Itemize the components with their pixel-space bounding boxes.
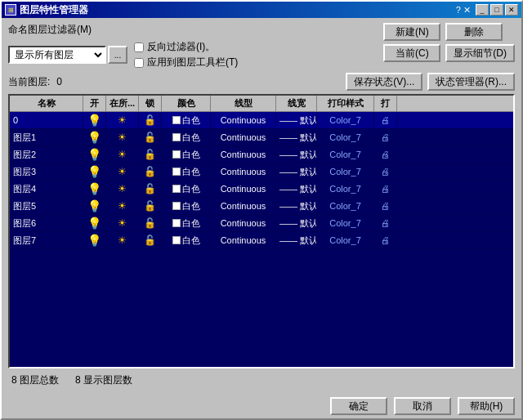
maximize-button[interactable]: □ xyxy=(490,4,503,16)
cell-linewidth: —— 默认 xyxy=(276,130,317,145)
col-header-print: 打 xyxy=(374,96,397,111)
table-row[interactable]: 图层1 💡 ☀ 🔓 白色 Continuous —— 默认 Color_7 🖨 xyxy=(10,129,513,146)
apply-toolbar-checkbox[interactable] xyxy=(134,58,144,68)
new-button[interactable]: 新建(N) xyxy=(383,23,440,41)
cell-print-style[interactable]: Color_7 xyxy=(317,148,374,161)
help-button[interactable]: 帮助(H) xyxy=(458,397,515,415)
cell-color[interactable]: 白色 xyxy=(162,233,211,248)
table-row[interactable]: 图层7 💡 ☀ 🔓 白色 Continuous —— 默认 Color_7 🖨 xyxy=(10,232,513,249)
cell-print-style[interactable]: Color_7 xyxy=(317,114,374,127)
cell-print-style[interactable]: Color_7 xyxy=(317,131,374,144)
cell-linewidth: —— 默认 xyxy=(276,164,317,180)
cell-lock[interactable]: 🔓 xyxy=(139,181,162,196)
delete-button[interactable]: 删除 xyxy=(445,23,503,41)
cell-linetype[interactable]: Continuous xyxy=(211,131,276,144)
cell-print-style[interactable]: Color_7 xyxy=(317,165,374,178)
cell-color[interactable]: 白色 xyxy=(162,130,211,145)
cell-print-style[interactable]: Color_7 xyxy=(317,182,374,195)
cell-on[interactable]: 💡 xyxy=(83,181,106,197)
cell-linetype[interactable]: Continuous xyxy=(211,148,276,161)
cell-lock[interactable]: 🔓 xyxy=(139,130,162,145)
cell-print[interactable]: 🖨 xyxy=(374,217,397,230)
cell-linetype[interactable]: Continuous xyxy=(211,165,276,178)
cell-frozen[interactable]: ☀ xyxy=(106,216,139,230)
ellipsis-button[interactable]: ... xyxy=(108,46,127,64)
cell-lock[interactable]: 🔓 xyxy=(139,233,162,248)
show-detail-button[interactable]: 显示细节(D) xyxy=(445,44,515,62)
cell-color[interactable]: 白色 xyxy=(162,216,211,231)
cell-on[interactable]: 💡 xyxy=(83,163,106,180)
cell-color[interactable]: 白色 xyxy=(162,147,211,163)
layer-table: 名称 开 在所... 锁 颜色 线型 线宽 打印样式 打 0 💡 ☀ 🔓 白色 … xyxy=(8,94,515,369)
cell-on[interactable]: 💡 xyxy=(83,112,106,128)
cell-color[interactable]: 白色 xyxy=(162,164,211,180)
cell-frozen[interactable]: ☀ xyxy=(106,113,139,127)
cell-on[interactable]: 💡 xyxy=(83,215,106,231)
cell-linetype[interactable]: Continuous xyxy=(211,114,276,127)
total-layers: 8 图层总数 xyxy=(11,373,59,387)
cell-linetype[interactable]: Continuous xyxy=(211,217,276,230)
layer-filter-select[interactable]: 显示所有图层 xyxy=(8,46,106,64)
cell-frozen[interactable]: ☀ xyxy=(106,130,139,145)
cell-name: 图层3 xyxy=(10,164,83,180)
table-row[interactable]: 图层4 💡 ☀ 🔓 白色 Continuous —— 默认 Color_7 🖨 xyxy=(10,181,513,198)
cell-color[interactable]: 白色 xyxy=(162,113,211,128)
cell-name: 图层2 xyxy=(10,147,83,163)
table-row[interactable]: 图层5 💡 ☀ 🔓 白色 Continuous —— 默认 Color_7 🖨 xyxy=(10,198,513,215)
cell-name: 图层1 xyxy=(10,130,83,145)
cell-linetype[interactable]: Continuous xyxy=(211,234,276,247)
help-text: ? ✕ xyxy=(456,5,471,16)
minimize-button[interactable]: _ xyxy=(476,4,489,16)
cell-name: 图层4 xyxy=(10,181,83,197)
status-bar: 8 图层总数 8 显示图层数 xyxy=(8,372,515,389)
ok-button[interactable]: 确定 xyxy=(330,397,387,415)
mid-section: 当前图层: 0 保存状态(V)... 状态管理器(R)... xyxy=(8,73,515,91)
cell-frozen[interactable]: ☀ xyxy=(106,147,139,162)
cell-print-style[interactable]: Color_7 xyxy=(317,217,374,230)
cell-lock[interactable]: 🔓 xyxy=(139,199,162,213)
cell-print-style[interactable]: Color_7 xyxy=(317,199,374,212)
col-header-lock: 锁 xyxy=(139,96,162,111)
cancel-button[interactable]: 取消 xyxy=(394,397,451,415)
cell-color[interactable]: 白色 xyxy=(162,181,211,197)
cell-lock[interactable]: 🔓 xyxy=(139,113,162,127)
reverse-filter-checkbox[interactable] xyxy=(134,42,144,52)
cell-lock[interactable]: 🔓 xyxy=(139,216,162,230)
table-row[interactable]: 图层6 💡 ☀ 🔓 白色 Continuous —— 默认 Color_7 🖨 xyxy=(10,215,513,232)
cell-print[interactable]: 🖨 xyxy=(374,165,397,178)
cell-linetype[interactable]: Continuous xyxy=(211,182,276,195)
cell-print[interactable]: 🖨 xyxy=(374,234,397,247)
close-button[interactable]: ✕ xyxy=(505,4,518,16)
cell-on[interactable]: 💡 xyxy=(83,146,106,163)
cell-frozen[interactable]: ☀ xyxy=(106,233,139,248)
cell-frozen[interactable]: ☀ xyxy=(106,181,139,196)
top-right: 新建(N) 删除 当前(C) 显示细节(D) xyxy=(383,23,515,62)
reverse-filter-row: 反向过滤器(I)。 xyxy=(134,40,238,54)
cell-lock[interactable]: 🔓 xyxy=(139,147,162,162)
cell-print[interactable]: 🖨 xyxy=(374,199,397,212)
cell-on[interactable]: 💡 xyxy=(83,232,106,248)
cell-print[interactable]: 🖨 xyxy=(374,131,397,144)
cell-frozen[interactable]: ☀ xyxy=(106,164,139,179)
table-row[interactable]: 图层2 💡 ☀ 🔓 白色 Continuous —— 默认 Color_7 🖨 xyxy=(10,146,513,163)
cell-lock[interactable]: 🔓 xyxy=(139,164,162,179)
window-title: 图层特性管理器 xyxy=(20,3,88,17)
cell-on[interactable]: 💡 xyxy=(83,198,106,214)
table-row[interactable]: 0 💡 ☀ 🔓 白色 Continuous —— 默认 Color_7 🖨 xyxy=(10,112,513,129)
save-state-button[interactable]: 保存状态(V)... xyxy=(346,73,422,91)
cell-print[interactable]: 🖨 xyxy=(374,114,397,127)
cell-print[interactable]: 🖨 xyxy=(374,148,397,161)
title-bar: ⊞ 图层特性管理器 ? ✕ _ □ ✕ xyxy=(2,2,521,18)
cell-color[interactable]: 白色 xyxy=(162,199,211,214)
cell-name: 图层6 xyxy=(10,216,83,231)
cell-on[interactable]: 💡 xyxy=(83,129,106,145)
cell-print-style[interactable]: Color_7 xyxy=(317,234,374,247)
cell-print[interactable]: 🖨 xyxy=(374,182,397,195)
cell-frozen[interactable]: ☀ xyxy=(106,199,139,213)
col-header-name: 名称 xyxy=(10,96,83,111)
current-button[interactable]: 当前(C) xyxy=(383,44,440,62)
state-manager-button[interactable]: 状态管理器(R)... xyxy=(427,73,515,91)
top-section: 命名图层过滤器(M) 显示所有图层 ... 反向过滤器(I)。 xyxy=(8,23,515,69)
table-row[interactable]: 图层3 💡 ☀ 🔓 白色 Continuous —— 默认 Color_7 🖨 xyxy=(10,163,513,181)
cell-linetype[interactable]: Continuous xyxy=(211,199,276,212)
